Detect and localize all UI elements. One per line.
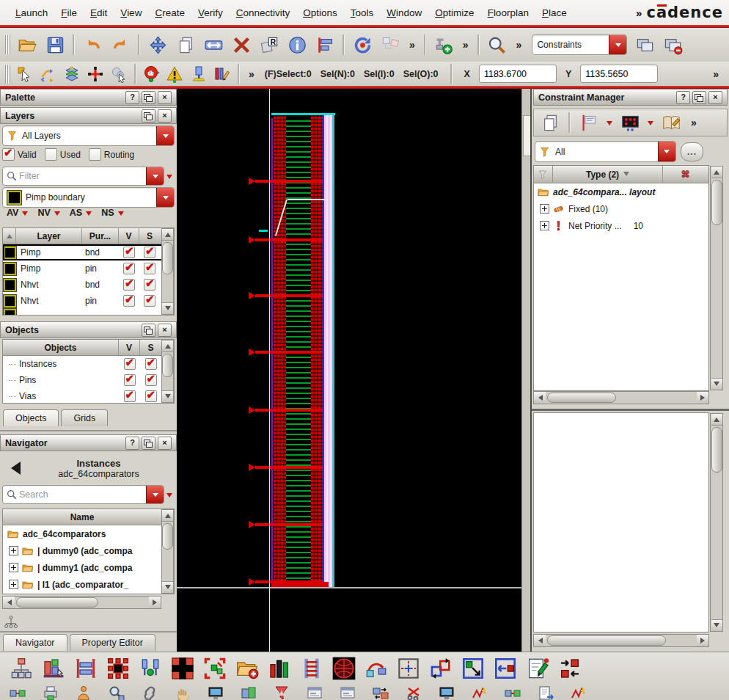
pin-place-icon[interactable] [136,655,164,682]
workspace-del-icon[interactable] [659,32,686,58]
layer-column-header[interactable]: Layer [16,228,82,244]
signal-icon[interactable] [471,685,488,700]
bus-ladder-icon[interactable] [298,655,325,682]
cut-x-icon[interactable] [405,685,422,700]
object-row[interactable]: Pins [3,372,174,388]
status-overflow-chevron[interactable]: » [708,68,723,80]
navigator-float-button[interactable] [142,437,155,450]
globe-icon[interactable] [330,655,357,682]
block-in-icon[interactable] [491,655,519,682]
pad-ring-icon[interactable] [104,655,131,682]
device-link-icon[interactable] [504,685,521,700]
vis-button-nv[interactable]: NV [37,208,62,218]
object-row[interactable]: Vias [3,388,174,404]
place-cluster-icon[interactable] [201,655,228,682]
layer-search-arrow[interactable] [146,167,164,185]
delete-icon[interactable] [228,32,254,58]
menu-optimize[interactable]: Optimize [428,4,480,21]
monitor-icon[interactable] [438,685,455,700]
menu-create[interactable]: Create [148,4,191,21]
scroll-thumb[interactable] [162,354,173,377]
menu-file[interactable]: File [54,4,84,21]
layer-search-box[interactable] [2,167,164,186]
monitor-icon[interactable] [207,685,224,700]
scroll-thumb[interactable] [16,597,98,608]
overflow-chevron[interactable]: » [686,117,701,128]
scroll-thumb[interactable] [547,393,616,403]
scroll-left-button[interactable] [534,635,546,646]
objects-tab-grids[interactable]: Grids [61,409,108,426]
checkbox-icon[interactable] [89,148,101,161]
menu-tools[interactable]: Tools [344,4,381,21]
layers-float-button[interactable] [142,109,155,123]
undo-icon[interactable] [79,32,106,58]
warning-icon[interactable] [164,63,186,85]
edit-checklist-icon[interactable] [524,655,551,682]
select-cursor-icon[interactable] [14,63,36,85]
layout-canvas[interactable] [177,89,521,652]
stop-icon[interactable] [141,63,163,85]
selectable-column-header[interactable]: S [139,228,160,244]
person-icon[interactable] [75,685,92,700]
cm-float-button[interactable] [692,91,706,104]
scroll-right-button[interactable] [697,635,708,646]
menu-window[interactable]: Window [380,4,428,21]
navigator-tree-scrollbar[interactable] [161,509,174,594]
hierarchy-dim-icon[interactable] [377,32,403,58]
objects-tab-objects[interactable]: Objects [3,409,59,426]
probe-icon[interactable] [211,63,233,85]
properties-icon[interactable] [284,32,310,58]
cm-group-header[interactable] [663,166,707,183]
scroll-thumb[interactable] [162,242,173,274]
constraints-combo[interactable]: Constraints [532,34,627,55]
expand-icon[interactable] [9,563,18,572]
swap-blocks-icon[interactable] [427,655,454,682]
checkbox-icon[interactable] [123,295,135,307]
scroll-left-button[interactable] [3,597,15,608]
layers-sort-column[interactable] [3,228,16,244]
overflow-chevron[interactable]: » [512,39,527,51]
layer-row[interactable]: Nhvtpin [3,293,174,309]
expand-icon[interactable] [9,546,18,555]
group-select-icon[interactable] [108,63,130,85]
layers-close-button[interactable]: × [158,109,172,123]
layer-filter-combo[interactable]: All Layers [2,125,175,146]
cm-close-button[interactable]: × [708,91,722,104]
bar-chart-icon[interactable] [265,655,293,682]
overflow-chevron[interactable]: » [405,39,420,51]
compact-blocks-icon[interactable] [556,655,583,682]
vis-button-as[interactable]: AS [70,208,94,218]
cm-tree-item[interactable]: Net Priority ...10 [534,217,708,234]
pin-tool-icon[interactable] [188,63,210,85]
menu-options[interactable]: Options [296,4,344,21]
scroll-down-button[interactable] [162,390,173,402]
open-icon[interactable] [14,32,40,58]
scroll-up-button[interactable] [162,510,173,522]
cm-more-button[interactable]: ... [681,142,703,161]
descend-icon[interactable] [431,32,457,58]
link-icon[interactable] [141,685,158,700]
route-fly-icon[interactable] [362,655,389,682]
pan-hand-icon[interactable] [174,685,191,700]
vis-button-av[interactable]: AV [7,208,30,218]
y-coord-input[interactable] [580,65,658,83]
toolbar-grip-2[interactable] [5,65,10,84]
checkbox-icon[interactable] [123,247,135,258]
navigator-tree-item[interactable]: adc_64comparators [3,525,174,542]
cm-tree-item[interactable]: adc_64compara... layout [534,183,708,200]
navigator-search-arrow[interactable] [146,486,164,503]
purpose-column-header[interactable]: Pur... [82,228,119,244]
navigator-h-scrollbar[interactable] [2,596,161,609]
cm-detail-panel[interactable] [533,412,709,632]
navigator-tree-item[interactable]: | dummy0 (adc_compa [3,542,174,559]
navigator-help-button[interactable]: ? [125,437,139,450]
checkbox-icon[interactable] [144,279,155,291]
align-icon[interactable] [312,32,338,58]
quadrant-cross-icon[interactable] [169,655,196,682]
dropdown-arrow[interactable] [52,208,62,218]
objects-s-header[interactable]: S [140,340,161,355]
overflow-chevron[interactable]: » [458,39,473,51]
back-arrow-icon[interactable] [4,462,21,475]
scroll-up-button[interactable] [711,414,722,426]
save-icon[interactable] [42,32,68,58]
